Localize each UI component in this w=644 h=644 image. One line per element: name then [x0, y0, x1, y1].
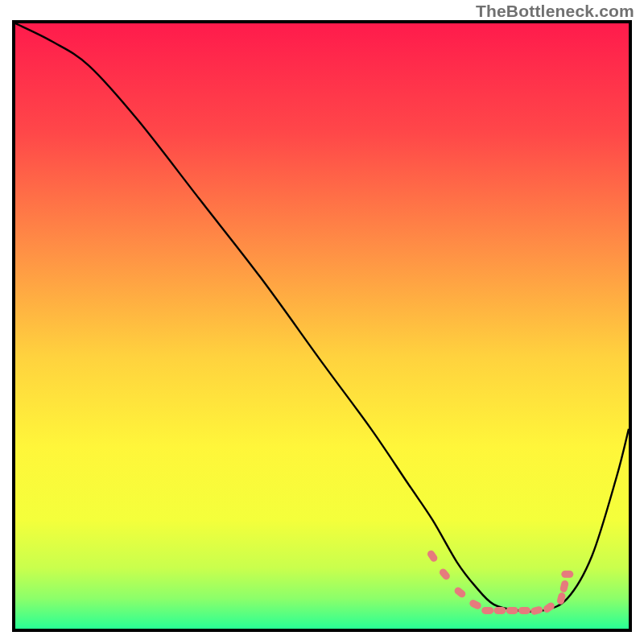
marker-pill	[506, 607, 518, 614]
optimal-range-markers	[426, 549, 573, 616]
marker-pill	[453, 586, 467, 599]
marker-pill	[438, 568, 452, 581]
plot-area	[12, 20, 632, 632]
marker-pill	[518, 607, 530, 614]
marker-pill	[530, 605, 543, 615]
marker-pill	[559, 580, 569, 593]
marker-pill	[561, 571, 573, 578]
data-layer	[15, 23, 629, 629]
chart-container: TheBottleneck.com	[0, 0, 644, 644]
bottleneck-curve	[15, 23, 629, 612]
marker-pill	[542, 601, 555, 614]
marker-pill	[556, 592, 566, 605]
watermark-label: TheBottleneck.com	[476, 2, 634, 21]
marker-pill	[469, 599, 482, 611]
marker-pill	[493, 607, 506, 614]
marker-pill	[481, 607, 493, 614]
marker-pill	[426, 549, 439, 563]
